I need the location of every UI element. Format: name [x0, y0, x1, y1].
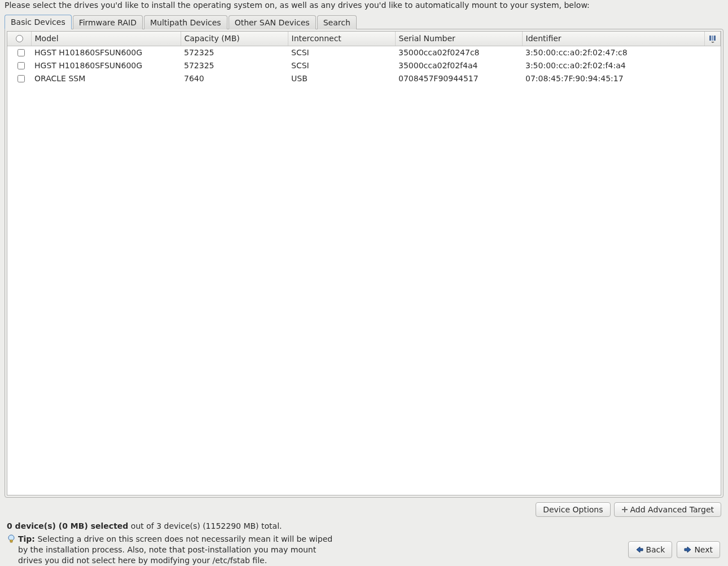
cell-capacity: 7640 — [181, 72, 288, 85]
select-all-radio[interactable] — [16, 35, 23, 42]
svg-rect-1 — [712, 36, 713, 41]
tab-other-san-devices[interactable]: Other SAN Devices — [229, 15, 316, 29]
arrow-right-icon — [684, 546, 692, 554]
nav-row: Back Next — [628, 541, 720, 558]
plus-icon — [621, 506, 628, 513]
lightbulb-icon — [7, 534, 16, 546]
selected-total: out of 3 device(s) (1152290 MB) total. — [128, 521, 282, 530]
tab-basic-devices[interactable]: Basic Devices — [5, 15, 72, 29]
back-label: Back — [646, 545, 665, 554]
table-row[interactable]: HGST H101860SFSUN600G 572325 SCSI 35000c… — [7, 59, 721, 72]
device-table: Model Capacity (MB) Interconnect Serial … — [7, 32, 721, 85]
column-chooser-icon — [709, 35, 717, 43]
selected-count-bold: 0 device(s) (0 MB) selected — [7, 521, 128, 530]
row-checkbox[interactable] — [17, 49, 25, 56]
row-checkbox[interactable] — [17, 62, 25, 69]
tab-multipath-devices[interactable]: Multipath Devices — [144, 15, 227, 29]
svg-rect-0 — [709, 36, 711, 41]
table-row[interactable]: HGST H101860SFSUN600G 572325 SCSI 35000c… — [7, 46, 721, 59]
tab-search[interactable]: Search — [317, 15, 357, 29]
instruction-text: Please select the drives you'd like to i… — [0, 0, 728, 11]
cell-serial: 0708457F90944517 — [395, 72, 522, 85]
cell-model: HGST H101860SFSUN600G — [31, 46, 181, 59]
tip-row: Tip: Selecting a drive on this screen do… — [7, 534, 334, 566]
svg-rect-2 — [714, 36, 716, 41]
cell-capacity: 572325 — [181, 46, 288, 59]
tip-label: Tip: — [18, 534, 35, 543]
device-options-button[interactable]: Device Options — [536, 502, 610, 517]
next-label: Next — [694, 545, 713, 554]
cell-identifier: 3:50:00:cc:a0:2f:02:47:c8 — [522, 46, 705, 59]
tip-body: Selecting a drive on this screen does no… — [18, 534, 332, 565]
next-button[interactable]: Next — [677, 541, 720, 558]
cell-identifier: 3:50:00:cc:a0:2f:02:f4:a4 — [522, 59, 705, 72]
arrow-left-icon — [635, 546, 643, 554]
tab-firmware-raid[interactable]: Firmware RAID — [73, 15, 143, 29]
table-header-row: Model Capacity (MB) Interconnect Serial … — [7, 32, 721, 46]
column-capacity[interactable]: Capacity (MB) — [181, 32, 288, 46]
tab-panel: Model Capacity (MB) Interconnect Serial … — [5, 29, 723, 498]
cell-identifier: 07:08:45:7F:90:94:45:17 — [522, 72, 705, 85]
cell-serial: 35000cca02f0247c8 — [395, 46, 522, 59]
tab-bar: Basic Devices Firmware RAID Multipath De… — [5, 15, 723, 29]
select-all-header[interactable] — [7, 32, 31, 46]
selected-status: 0 device(s) (0 MB) selected out of 3 dev… — [7, 521, 721, 530]
cell-serial: 35000cca02f02f4a4 — [395, 59, 522, 72]
cell-interconnect: SCSI — [288, 59, 395, 72]
cell-interconnect: SCSI — [288, 46, 395, 59]
tip-text: Tip: Selecting a drive on this screen do… — [18, 534, 334, 566]
add-advanced-target-label: Add Advanced Target — [630, 505, 714, 514]
back-button[interactable]: Back — [628, 541, 672, 558]
column-options[interactable] — [705, 32, 721, 46]
row-checkbox[interactable] — [17, 75, 25, 82]
svg-rect-4 — [10, 540, 12, 542]
add-advanced-target-button[interactable]: Add Advanced Target — [614, 502, 721, 517]
column-identifier[interactable]: Identifier — [522, 32, 705, 46]
cell-capacity: 572325 — [181, 59, 288, 72]
table-row[interactable]: ORACLE SSM 7640 USB 0708457F90944517 07:… — [7, 72, 721, 85]
status-area: 0 device(s) (0 MB) selected out of 3 dev… — [0, 517, 728, 566]
cell-model: ORACLE SSM — [31, 72, 181, 85]
column-interconnect[interactable]: Interconnect — [288, 32, 395, 46]
cell-interconnect: USB — [288, 72, 395, 85]
column-serial[interactable]: Serial Number — [395, 32, 522, 46]
action-row: Device Options Add Advanced Target — [0, 498, 728, 517]
device-table-wrap: Model Capacity (MB) Interconnect Serial … — [7, 31, 721, 495]
cell-model: HGST H101860SFSUN600G — [31, 59, 181, 72]
column-model[interactable]: Model — [31, 32, 181, 46]
